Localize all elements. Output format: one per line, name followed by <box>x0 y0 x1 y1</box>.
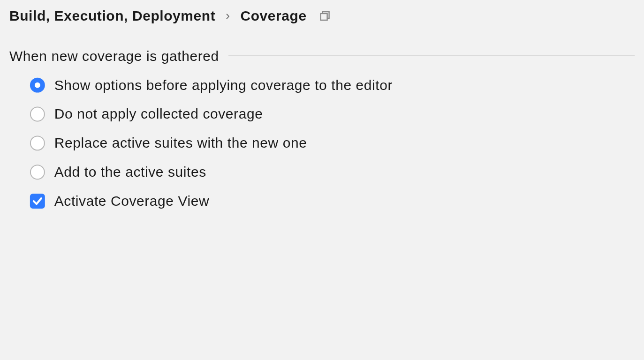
radio-label: Replace active suites with the new one <box>54 135 307 150</box>
radio-icon <box>30 135 45 150</box>
restore-window-icon[interactable] <box>319 10 330 21</box>
chevron-right-icon: › <box>224 8 232 22</box>
radio-replace-suites[interactable]: Replace active suites with the new one <box>30 135 635 150</box>
checkbox-activate-coverage-view[interactable]: Activate Coverage View <box>30 193 635 209</box>
settings-panel: Build, Execution, Deployment › Coverage … <box>0 0 644 219</box>
radio-icon <box>30 164 45 179</box>
radio-icon <box>30 77 45 92</box>
radio-add-suites[interactable]: Add to the active suites <box>30 164 635 180</box>
radio-label: Add to the active suites <box>54 164 206 180</box>
radio-do-not-apply[interactable]: Do not apply collected coverage <box>30 106 635 122</box>
radio-label: Do not apply collected coverage <box>54 106 263 122</box>
breadcrumb-current: Coverage <box>240 8 306 23</box>
breadcrumb-parent[interactable]: Build, Execution, Deployment <box>9 8 215 23</box>
radio-show-options[interactable]: Show options before applying coverage to… <box>30 77 635 93</box>
breadcrumb: Build, Execution, Deployment › Coverage <box>9 8 635 23</box>
section-title: When new coverage is gathered <box>9 48 219 64</box>
checkbox-icon <box>30 193 45 208</box>
divider <box>228 55 635 56</box>
svg-rect-0 <box>320 13 327 20</box>
radio-icon <box>30 106 45 121</box>
section-when-gathered: When new coverage is gathered Show optio… <box>9 48 635 209</box>
checkbox-label: Activate Coverage View <box>54 193 209 209</box>
radio-label: Show options before applying coverage to… <box>54 77 393 93</box>
section-header: When new coverage is gathered <box>9 48 635 64</box>
